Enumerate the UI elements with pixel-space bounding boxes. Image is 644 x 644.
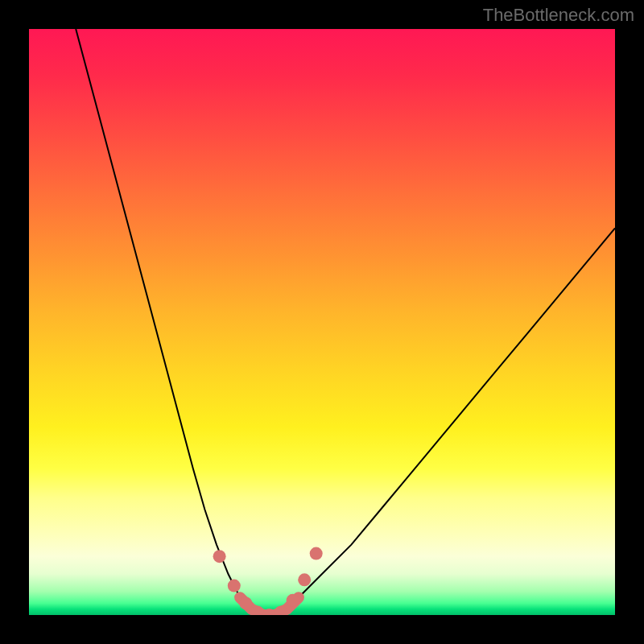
chart-svg: [29, 29, 615, 615]
highlight-markers: [213, 547, 323, 615]
highlight-marker: [213, 550, 226, 563]
highlight-marker: [239, 597, 252, 609]
highlight-marker: [310, 547, 323, 560]
highlight-marker: [298, 573, 311, 586]
highlight-marker: [228, 580, 241, 592]
attribution-text: TheBottleneck.com: [483, 5, 634, 26]
chart-plot-area: [29, 29, 615, 615]
bottleneck-curve: [76, 29, 615, 615]
highlight-marker: [287, 594, 299, 607]
